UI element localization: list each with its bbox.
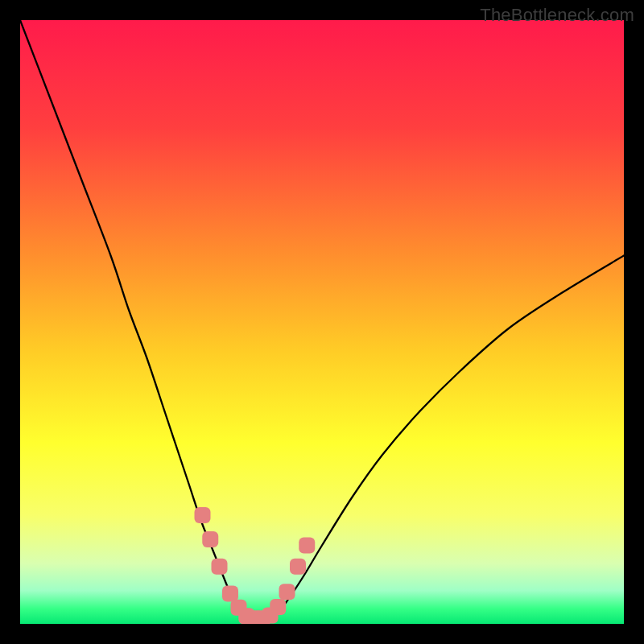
outer-black-frame: TheBottleneck.com [0, 0, 644, 644]
bottleneck-curve [20, 20, 624, 621]
highlight-marker [299, 538, 315, 554]
highlight-marker [222, 586, 238, 602]
highlight-marker [195, 507, 211, 523]
watermark-text: TheBottleneck.com [480, 5, 634, 26]
highlight-marker [202, 531, 218, 547]
highlight-marker [279, 584, 295, 600]
plot-area [20, 20, 624, 624]
chart-svg [20, 20, 624, 624]
highlight-marker [290, 559, 306, 575]
highlight-marker [212, 559, 228, 575]
highlight-marker [270, 599, 286, 615]
highlight-markers [195, 507, 316, 624]
